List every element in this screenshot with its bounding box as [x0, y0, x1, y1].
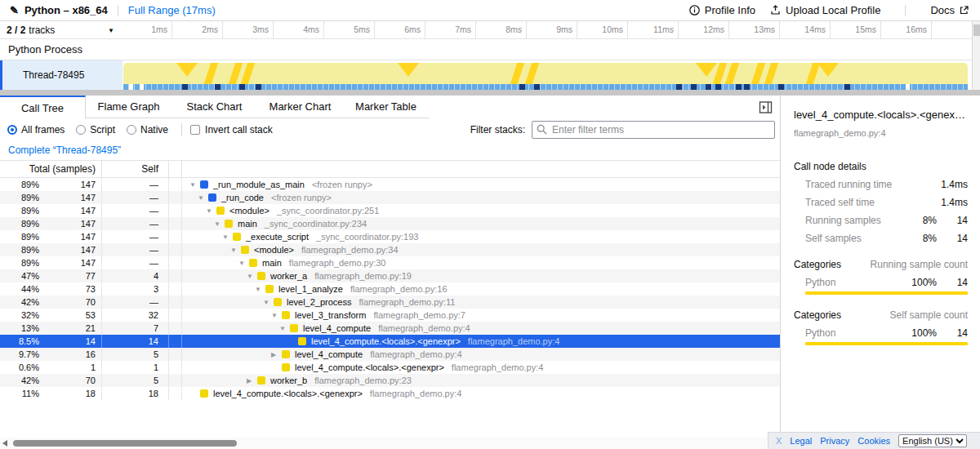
expander-open-icon[interactable]: ▼ [254, 286, 265, 293]
table-row[interactable]: 9.7%165▶level_4_computeflamegraph_demo.p… [0, 348, 780, 361]
expander-open-icon[interactable]: ▼ [246, 273, 257, 280]
footer-link-cookies[interactable]: Cookies [858, 436, 890, 446]
footer-link-privacy[interactable]: Privacy [820, 436, 849, 446]
table-row[interactable]: 89%147—▼_execute_script_sync_coordinator… [0, 230, 780, 243]
footer-x-link[interactable]: X [776, 436, 782, 446]
invert-call-stack-checkbox[interactable]: Invert call stack [190, 124, 273, 136]
divider [905, 5, 906, 16]
track-thread[interactable]: Thread-78495 [0, 60, 972, 90]
row-total-percent: 89% [0, 178, 42, 191]
file-location: flamegraph_demo.py:34 [301, 245, 399, 255]
row-total-samples: 147 [42, 191, 102, 204]
table-row[interactable]: 89%147—▼<module>flamegraph_demo.py:34 [0, 243, 780, 256]
row-icon-cell [169, 296, 182, 309]
row-self-samples: — [102, 256, 169, 269]
expander-open-icon[interactable]: ▼ [221, 233, 233, 241]
sample-dark-segment [239, 84, 245, 90]
table-row[interactable]: 42%70—▼level_2_processflamegraph_demo.py… [0, 296, 780, 309]
radio-icon [127, 125, 136, 135]
sidebar: level_4_compute.<locals>.<genex… flamegr… [780, 96, 980, 432]
expander-open-icon[interactable]: ▼ [229, 247, 241, 254]
table-row[interactable]: 8.5%1414level_4_compute.<locals>.<genexp… [0, 335, 780, 348]
table-row[interactable]: 13%217▼level_4_computeflamegraph_demo.py… [0, 322, 780, 335]
sidebar-toggle-button[interactable] [759, 100, 773, 114]
category-percent: 100% [902, 277, 937, 288]
full-range-link[interactable]: Full Range (17ms) [128, 4, 216, 16]
filter-stacks-input[interactable] [532, 121, 775, 139]
category-square-yellow [216, 207, 225, 215]
track-python-process[interactable]: Python Process [0, 39, 972, 60]
table-row[interactable]: 32%5332▼level_3_transformflamegraph_demo… [0, 309, 780, 322]
expander-closed-icon[interactable]: ▶ [270, 351, 282, 358]
category-count: 14 [937, 327, 968, 339]
file-location: flamegraph_demo.py:4 [378, 323, 470, 333]
scroll-left-arrow[interactable] [2, 440, 7, 447]
marker-slash [751, 63, 765, 84]
table-row[interactable]: 11%1818level_4_compute.<locals>.<genexpr… [0, 387, 780, 400]
language-select[interactable]: English (US) [898, 434, 967, 447]
column-header-self[interactable]: Self [102, 161, 169, 177]
breadcrumb-thread-link[interactable]: Complete “Thread-78495” [8, 144, 121, 156]
expander-open-icon[interactable]: ▼ [270, 312, 282, 319]
expander-open-icon[interactable]: ▼ [197, 194, 208, 202]
tab-stack-chart[interactable]: Stack Chart [172, 96, 257, 118]
function-name: main [238, 219, 257, 229]
footer: X LegalPrivacyCookies English (US) [768, 432, 980, 449]
detail-percent: 8% [902, 215, 937, 226]
expander-open-icon[interactable]: ▼ [238, 260, 249, 267]
horizontal-scrollbar[interactable] [0, 438, 780, 449]
expander-open-icon[interactable]: ▼ [278, 325, 290, 332]
sidebar-detail-row: Running samples8%14 [805, 215, 968, 226]
docs-button[interactable]: Docs [930, 4, 969, 16]
top-bar: ✎ Python – x86_64 Full Range (17ms) Prof… [0, 0, 980, 21]
tab-call-tree[interactable]: Call Tree [0, 96, 86, 118]
expander-open-icon[interactable]: ▼ [262, 299, 274, 306]
ruler-tick: 5ms [324, 21, 375, 39]
radio-label: All frames [21, 124, 65, 136]
expander-open-icon[interactable]: ▼ [205, 207, 216, 215]
sample-strip [123, 84, 968, 90]
radio-all-frames[interactable]: All frames [7, 124, 65, 136]
upload-profile-button[interactable]: Upload Local Profile [770, 4, 880, 16]
table-row[interactable]: 44%733▼level_1_analyzeflamegraph_demo.py… [0, 282, 780, 296]
tab-marker-chart[interactable]: Marker Chart [257, 96, 343, 118]
table-row[interactable]: 89%147—▼mainflamegraph_demo.py:30 [0, 256, 780, 269]
profile-info-button[interactable]: Profile Info [689, 4, 755, 16]
sample-dark-segment [691, 84, 697, 90]
expander-open-icon[interactable]: ▼ [189, 181, 200, 189]
tab-flame-graph[interactable]: Flame Graph [86, 96, 172, 118]
function-name: _execute_script [246, 232, 309, 242]
table-row[interactable]: 89%147—▼main_sync_coordinator.py:234 [0, 217, 780, 230]
row-self-samples: 4 [102, 269, 169, 282]
radio-script[interactable]: Script [76, 124, 115, 136]
expander-open-icon[interactable]: ▼ [213, 220, 225, 228]
table-row[interactable]: 42%705▶worker_bflamegraph_demo.py:23 [0, 374, 780, 387]
external-link-icon [960, 6, 969, 15]
categories-header: CategoriesSelf sample count [794, 309, 968, 321]
table-row[interactable]: 89%147—▼_run_code<frozen runpy> [0, 191, 780, 204]
table-row[interactable]: 89%147—▼<module>_sync_coordinator.py:251 [0, 204, 780, 217]
detail-value: 14 [937, 233, 968, 244]
row-total-percent: 0.6% [0, 361, 42, 374]
marker-slash [764, 63, 778, 84]
footer-link-legal[interactable]: Legal [790, 436, 812, 446]
tab-marker-table[interactable]: Marker Table [343, 96, 429, 118]
table-row[interactable]: 89%147—▼_run_module_as_main<frozen runpy… [0, 178, 780, 191]
column-header-total[interactable]: Total (samples) [0, 161, 102, 177]
scrollbar-thumb[interactable] [13, 440, 237, 447]
expander-closed-icon[interactable]: ▶ [246, 377, 257, 385]
marker-slash [241, 63, 255, 84]
sample-dark-segment [519, 84, 525, 90]
row-icon-cell [169, 374, 182, 387]
categories-count-label: Self sample count [890, 309, 968, 321]
table-row[interactable]: 0.6%11level_4_compute.<locals>.<genexpr>… [0, 361, 780, 374]
radio-native[interactable]: Native [127, 124, 168, 136]
profile-name-button[interactable]: ✎ Python – x86_64 [10, 4, 108, 16]
thread-track-label[interactable]: Thread-78495 [0, 60, 122, 90]
row-self-samples: — [102, 178, 169, 191]
table-row[interactable]: 47%774▼worker_aflamegraph_demo.py:19 [0, 269, 780, 282]
category-square-yellow [200, 389, 208, 398]
row-icon-cell [169, 322, 182, 335]
thread-track-canvas[interactable] [122, 60, 969, 90]
tracks-dropdown-button[interactable]: 2 / 2 tracks ▼ [7, 21, 121, 39]
